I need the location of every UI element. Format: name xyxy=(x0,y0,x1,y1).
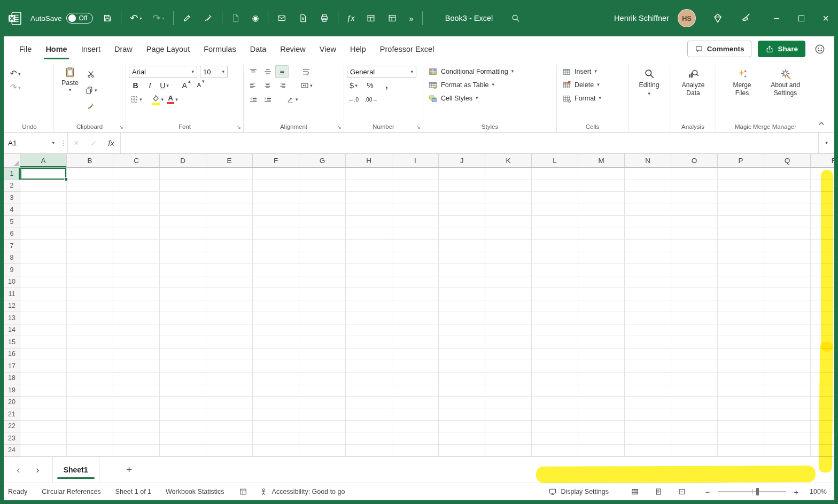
cell-E18[interactable] xyxy=(206,373,253,385)
move-cells-button[interactable] xyxy=(385,11,399,25)
feedback-smiley-button[interactable] xyxy=(814,43,826,55)
cell-A7[interactable] xyxy=(20,240,67,252)
decrease-decimal-button[interactable]: .00→ xyxy=(363,93,379,106)
cell-M11[interactable] xyxy=(578,288,625,300)
accessibility-status[interactable]: Accessibility: Good to go xyxy=(259,487,345,496)
cell-A12[interactable] xyxy=(20,300,67,313)
cell-H19[interactable] xyxy=(346,384,392,397)
sheet-nav-right-button[interactable]: › xyxy=(36,464,39,476)
cell-E24[interactable] xyxy=(206,445,253,457)
zoom-slider-thumb[interactable] xyxy=(756,488,759,495)
cell-G23[interactable] xyxy=(299,432,346,445)
cell-R21[interactable] xyxy=(811,408,834,421)
cell-C7[interactable] xyxy=(113,240,160,252)
cell-F1[interactable] xyxy=(253,168,299,180)
cell-D22[interactable] xyxy=(160,421,206,433)
cell-H18[interactable] xyxy=(346,373,392,385)
cell-J2[interactable] xyxy=(439,180,485,192)
insert-cells-button[interactable]: Insert ▾ xyxy=(560,65,625,78)
merge-center-button[interactable]: ▾ xyxy=(299,79,314,92)
cell-P20[interactable] xyxy=(718,397,764,409)
cell-Q16[interactable] xyxy=(764,348,811,361)
currency-button[interactable]: $▾ xyxy=(347,79,360,92)
cell-M6[interactable] xyxy=(578,228,625,241)
cell-E3[interactable] xyxy=(206,192,253,204)
cell-D21[interactable] xyxy=(160,408,206,421)
cell-B10[interactable] xyxy=(67,276,113,289)
cell-B3[interactable] xyxy=(67,192,113,204)
cell-O1[interactable] xyxy=(671,168,718,180)
cell-R4[interactable] xyxy=(811,204,834,216)
cell-B21[interactable] xyxy=(67,408,113,421)
orientation-button[interactable]: ▾ xyxy=(285,93,299,106)
column-header-K[interactable]: K xyxy=(485,154,532,167)
cell-F16[interactable] xyxy=(253,348,299,361)
borders-button[interactable]: ▾ xyxy=(129,93,143,106)
cell-L5[interactable] xyxy=(532,216,578,228)
cell-P5[interactable] xyxy=(718,216,764,228)
cell-G5[interactable] xyxy=(299,216,346,228)
cell-Q17[interactable] xyxy=(764,360,811,373)
cell-K8[interactable] xyxy=(485,252,532,265)
cell-E7[interactable] xyxy=(206,240,253,252)
cell-B4[interactable] xyxy=(67,204,113,216)
cell-K17[interactable] xyxy=(485,360,532,373)
percent-button[interactable]: % xyxy=(363,79,377,92)
cell-G1[interactable] xyxy=(299,168,346,180)
cell-I15[interactable] xyxy=(392,336,439,348)
cell-A4[interactable] xyxy=(20,204,67,216)
cell-K21[interactable] xyxy=(485,408,532,421)
cancel-button[interactable]: × xyxy=(68,133,85,153)
cell-Q2[interactable] xyxy=(764,180,811,192)
cell-J8[interactable] xyxy=(439,252,485,265)
cell-F19[interactable] xyxy=(253,384,299,397)
insert-function-button[interactable]: ƒx xyxy=(345,12,357,25)
cell-A17[interactable] xyxy=(20,360,67,373)
cell-I10[interactable] xyxy=(392,276,439,289)
cell-G6[interactable] xyxy=(299,228,346,241)
cell-M15[interactable] xyxy=(578,336,625,348)
cell-O2[interactable] xyxy=(671,180,718,192)
cell-G24[interactable] xyxy=(299,445,346,457)
cell-A18[interactable] xyxy=(20,373,67,385)
cell-K15[interactable] xyxy=(485,336,532,348)
cell-O17[interactable] xyxy=(671,360,718,373)
cell-L10[interactable] xyxy=(532,276,578,289)
format-painter-button[interactable] xyxy=(84,100,98,113)
minimize-button[interactable]: – xyxy=(764,0,789,36)
font-size-select[interactable]: 10▾ xyxy=(200,66,228,78)
cell-A1[interactable] xyxy=(20,168,67,180)
cell-N5[interactable] xyxy=(625,216,671,228)
cell-N8[interactable] xyxy=(625,252,671,265)
cell-G18[interactable] xyxy=(299,373,346,385)
cell-H20[interactable] xyxy=(346,397,392,409)
cell-F3[interactable] xyxy=(253,192,299,204)
cell-C4[interactable] xyxy=(113,204,160,216)
paste-grid-button[interactable] xyxy=(364,11,378,25)
cell-K12[interactable] xyxy=(485,300,532,313)
cell-K11[interactable] xyxy=(485,288,532,300)
cell-L22[interactable] xyxy=(532,421,578,433)
cell-N14[interactable] xyxy=(625,324,671,337)
cell-G7[interactable] xyxy=(299,240,346,252)
cell-K9[interactable] xyxy=(485,264,532,276)
cell-C5[interactable] xyxy=(113,216,160,228)
status-workbook-statistics[interactable]: Workbook Statistics xyxy=(166,488,224,495)
cell-P9[interactable] xyxy=(718,264,764,276)
cell-D14[interactable] xyxy=(160,324,206,337)
cell-J16[interactable] xyxy=(439,348,485,361)
cell-A6[interactable] xyxy=(20,228,67,241)
cell-Q23[interactable] xyxy=(764,432,811,445)
cell-J20[interactable] xyxy=(439,397,485,409)
name-box[interactable]: A1 ▾ xyxy=(4,133,59,153)
cell-M2[interactable] xyxy=(578,180,625,192)
cell-J10[interactable] xyxy=(439,276,485,289)
column-header-C[interactable]: C xyxy=(113,154,160,167)
column-header-Q[interactable]: Q xyxy=(764,154,811,167)
cell-I16[interactable] xyxy=(392,348,439,361)
cell-C10[interactable] xyxy=(113,276,160,289)
cell-I1[interactable] xyxy=(392,168,439,180)
autosave-toggle[interactable]: Off xyxy=(66,13,94,24)
cell-M19[interactable] xyxy=(578,384,625,397)
cell-M9[interactable] xyxy=(578,264,625,276)
